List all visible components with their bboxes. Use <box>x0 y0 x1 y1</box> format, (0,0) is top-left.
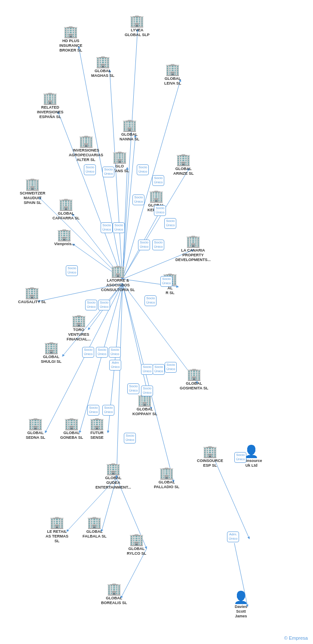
person-icon: 👤 <box>233 592 249 604</box>
building-icon: 🏢 <box>110 265 126 277</box>
node-global-palladio: 🏢 GLOBAL PALLADIO SL <box>154 467 179 489</box>
building-icon: 🏢 <box>187 368 202 380</box>
badge-socio-unico-8: SocioÚnico <box>101 222 113 233</box>
node-global-gudea: 🏢 GLOBAL GUDEA ENTERTAINMENT... <box>95 463 131 489</box>
building-icon: 🏢 <box>129 534 144 546</box>
node-global-borealis: 🏢 GLOBAL BOREALIS SL <box>101 583 127 605</box>
building-icon: 🏢 <box>107 583 122 595</box>
node-lyvea: 🏢 LYVEA GLOBAL SLP <box>125 15 150 37</box>
node-label: INVERSIONES AGROPECUARIAS ALTER SL <box>69 148 103 162</box>
building-icon: 🏢 <box>186 235 201 247</box>
building-icon: 🏢 <box>106 463 121 475</box>
building-icon: 🏢 <box>49 516 64 529</box>
node-label: GLOBAL GOSHENITA SL <box>180 381 209 391</box>
node-label: GLOBAL PALLADIO SL <box>154 480 179 489</box>
node-label: TORO VENTURES FINANCIAL... <box>67 328 91 341</box>
node-label: CAUSALITY SL <box>18 300 46 304</box>
building-icon: 🏢 <box>149 190 164 202</box>
graph-container: 🏢 LYVEA GLOBAL SLP 🏢 HD PLUS INSURANCE B… <box>0 0 313 644</box>
node-label: GLOBAL RYLCO SL <box>127 547 146 556</box>
node-label: LA CANARIA PROPERTY DEVELOPMENTS... <box>175 248 211 262</box>
badge-socio-unico-7: SocioÚnico <box>164 218 176 229</box>
node-causality: 🏢 CAUSALITY SL <box>18 287 46 304</box>
building-icon: 🏢 <box>43 92 58 104</box>
node-label: LYVEA GLOBAL SLP <box>125 28 150 37</box>
node-related-inv: 🏢 RELATED INVERSIONES ESPAÑA SL <box>37 92 64 119</box>
node-la-canaria: 🏢 LA CANARIA PROPERTY DEVELOPMENTS... <box>175 235 211 262</box>
badge-socio-unico-1: SocioÚnico <box>84 164 96 175</box>
badge-socio-unico-9: SocioÚnico <box>113 222 125 233</box>
badge-adm-unico-1: AdmÚnico <box>109 360 121 371</box>
node-label: SCHWEITZER MAUDUIT SPAIN SL <box>20 191 46 205</box>
building-icon: 🏢 <box>159 467 174 479</box>
node-label: GLOBAL GUDEA ENTERTAINMENT... <box>95 476 131 489</box>
badge-socio-unico-2: SocioÚnico <box>102 167 114 177</box>
badge-socio-unico-10: SocioÚnico <box>138 240 150 250</box>
footer-text: © Empresa <box>284 635 308 641</box>
node-label: HD PLUS INSURANCE BROKER SL <box>59 39 83 52</box>
footer: © Empresa <box>284 635 308 641</box>
node-label: GLOBAL SEDNA SL <box>26 431 45 440</box>
badge-socio-unico-6: SocioÚnico <box>154 205 166 216</box>
node-global-sedna: 🏢 GLOBAL SEDNA SL <box>26 418 45 440</box>
svg-line-28 <box>215 461 249 539</box>
badge-socio-unico-26: SocioÚnico <box>102 405 114 416</box>
node-global-leiva: 🏢 GLOBAL LEIVA SL <box>164 64 181 86</box>
node-toro-ventures: 🏢 TORO VENTURES FINANCIAL... <box>67 315 91 341</box>
node-global-maghas: 🏢 GLOBAL MAGHAS SL <box>91 56 114 78</box>
badge-socio-unico-17: SocioÚnico <box>82 347 94 358</box>
node-label: FUTUR SENSE <box>90 431 104 440</box>
badge-socio-unico-15: SocioÚnico <box>85 300 97 310</box>
node-label: GLOBAL GONEBA SL <box>60 431 83 440</box>
node-label: GLOBAL ARINZE SL <box>173 167 194 176</box>
node-inv-agro: 🏢 INVERSIONES AGROPECUARIAS ALTER SL <box>69 135 103 162</box>
badge-socio-unico-22: SocioÚnico <box>165 362 177 373</box>
node-label: Vienpreis... <box>54 242 75 246</box>
svg-line-22 <box>117 283 123 478</box>
node-global-rylco: 🏢 GLOBAL RYLCO SL <box>127 534 146 556</box>
node-vienpreis: 🏢 Vienpreis... <box>54 229 75 246</box>
node-label: RELATED INVERSIONES ESPAÑA SL <box>37 105 64 119</box>
badge-socio-unico-5: SocioÚnico <box>132 194 144 205</box>
node-schweitzer: 🏢 SCHWEITZER MAUDUIT SPAIN SL <box>20 178 46 205</box>
building-icon: 🏢 <box>63 26 78 38</box>
building-icon: 🏢 <box>165 64 180 76</box>
badge-socio-unico-14: SocioÚnico <box>144 295 156 306</box>
node-global-falbala: 🏢 GLOBAL FALBALA SL <box>83 516 107 539</box>
node-label: LE RETAIL AS TERMAS SL <box>46 529 68 543</box>
node-label: GLOBAL BOREALIS SL <box>101 596 127 605</box>
badge-socio-unico-21: SocioÚnico <box>153 364 165 375</box>
node-hd-plus: 🏢 HD PLUS INSURANCE BROKER SL <box>59 26 83 52</box>
building-icon: 🏢 <box>28 418 43 430</box>
building-icon: 🏢 <box>79 135 94 147</box>
node-label: GLOBAL SHULGI SL <box>41 355 61 364</box>
badge-socio-unico-27: SocioÚnico <box>124 433 136 444</box>
node-label: GLOBAL MAGHAS SL <box>91 69 114 78</box>
node-global-nanna: 🏢 GLOBAL NANNA SL <box>120 119 139 142</box>
node-label: Davies Scott James <box>235 605 247 618</box>
building-icon: 🏢 <box>58 198 74 210</box>
building-icon-orange: 🏢 <box>203 446 218 458</box>
node-coinsource-esp: 🏢 COINSOURCE ESP SL <box>197 446 223 468</box>
badge-socio-unico-4: SocioÚnico <box>152 175 164 186</box>
badge-socio-unico-23: SocioÚnico <box>127 383 139 394</box>
node-le-retail: 🏢 LE RETAIL AS TERMAS SL <box>46 516 68 543</box>
building-icon: 🏢 <box>25 178 40 190</box>
badge-socio-unico-13: SocioÚnico <box>160 276 172 287</box>
badge-socio-unico-19: SocioÚnico <box>109 347 121 358</box>
node-latorre: 🏢 LATORRE & ASOCIADOS CONSULTORIA SL <box>101 265 135 292</box>
svg-line-3 <box>123 79 181 279</box>
node-davies: 👤 Davies Scott James <box>233 592 249 618</box>
node-global-shulgi: 🏢 GLOBAL SHULGI SL <box>41 342 61 364</box>
node-label: GLOBAL KOPPANY SL <box>132 407 157 416</box>
node-futur-sense: 🏢 FUTUR SENSE <box>89 418 104 440</box>
building-icon: 🏢 <box>122 119 137 131</box>
building-icon: 🏢 <box>25 287 40 299</box>
node-label: GLOBAL LEIVA SL <box>164 76 181 86</box>
badge-socio-unico-24: SocioÚnico <box>141 386 153 396</box>
node-global-koppany: 🏢 GLOBAL KOPPANY SL <box>132 394 157 416</box>
badge-socio-unico-11: SocioÚnico <box>152 240 164 250</box>
badge-socio-unico-18: SocioÚnico <box>96 347 108 358</box>
node-global-goshenita: 🏢 GLOBAL GOSHENITA SL <box>180 368 209 391</box>
building-icon: 🏢 <box>64 418 79 430</box>
